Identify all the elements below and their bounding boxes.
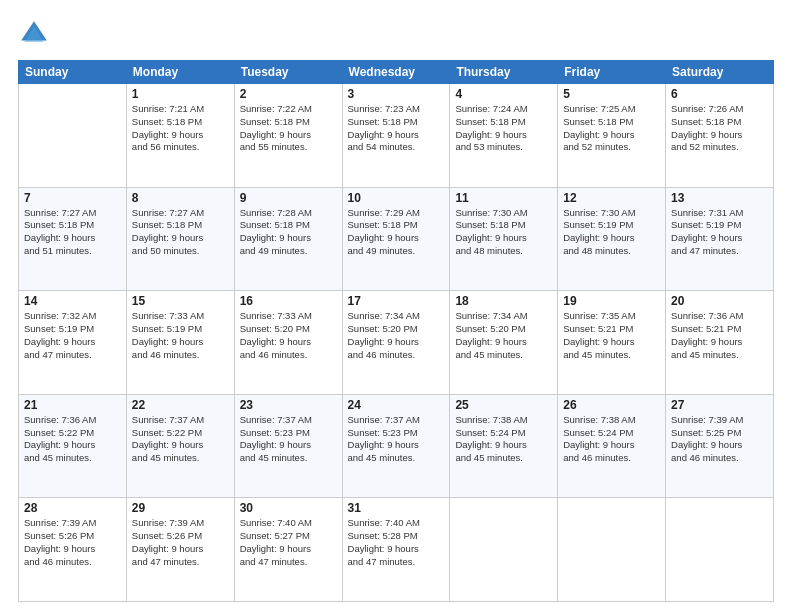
calendar-header-cell: Wednesday (342, 61, 450, 84)
calendar-cell: 20Sunrise: 7:36 AM Sunset: 5:21 PM Dayli… (666, 291, 774, 395)
day-info: Sunrise: 7:34 AM Sunset: 5:20 PM Dayligh… (348, 310, 445, 361)
day-number: 5 (563, 87, 660, 101)
calendar-cell: 5Sunrise: 7:25 AM Sunset: 5:18 PM Daylig… (558, 84, 666, 188)
calendar-cell: 25Sunrise: 7:38 AM Sunset: 5:24 PM Dayli… (450, 394, 558, 498)
calendar-cell: 10Sunrise: 7:29 AM Sunset: 5:18 PM Dayli… (342, 187, 450, 291)
calendar-table: SundayMondayTuesdayWednesdayThursdayFrid… (18, 60, 774, 602)
calendar-week-row: 1Sunrise: 7:21 AM Sunset: 5:18 PM Daylig… (19, 84, 774, 188)
day-number: 4 (455, 87, 552, 101)
day-info: Sunrise: 7:35 AM Sunset: 5:21 PM Dayligh… (563, 310, 660, 361)
day-number: 16 (240, 294, 337, 308)
calendar-cell: 11Sunrise: 7:30 AM Sunset: 5:18 PM Dayli… (450, 187, 558, 291)
calendar-header-cell: Friday (558, 61, 666, 84)
day-number: 1 (132, 87, 229, 101)
day-number: 30 (240, 501, 337, 515)
calendar-cell: 15Sunrise: 7:33 AM Sunset: 5:19 PM Dayli… (126, 291, 234, 395)
calendar-cell: 9Sunrise: 7:28 AM Sunset: 5:18 PM Daylig… (234, 187, 342, 291)
day-info: Sunrise: 7:36 AM Sunset: 5:21 PM Dayligh… (671, 310, 768, 361)
calendar-week-row: 7Sunrise: 7:27 AM Sunset: 5:18 PM Daylig… (19, 187, 774, 291)
day-number: 13 (671, 191, 768, 205)
calendar-cell: 1Sunrise: 7:21 AM Sunset: 5:18 PM Daylig… (126, 84, 234, 188)
day-info: Sunrise: 7:28 AM Sunset: 5:18 PM Dayligh… (240, 207, 337, 258)
day-number: 12 (563, 191, 660, 205)
day-info: Sunrise: 7:37 AM Sunset: 5:23 PM Dayligh… (348, 414, 445, 465)
calendar-cell: 16Sunrise: 7:33 AM Sunset: 5:20 PM Dayli… (234, 291, 342, 395)
calendar-header-cell: Thursday (450, 61, 558, 84)
calendar-cell (19, 84, 127, 188)
day-info: Sunrise: 7:33 AM Sunset: 5:20 PM Dayligh… (240, 310, 337, 361)
day-info: Sunrise: 7:21 AM Sunset: 5:18 PM Dayligh… (132, 103, 229, 154)
day-info: Sunrise: 7:25 AM Sunset: 5:18 PM Dayligh… (563, 103, 660, 154)
calendar-cell: 23Sunrise: 7:37 AM Sunset: 5:23 PM Dayli… (234, 394, 342, 498)
calendar-cell (450, 498, 558, 602)
day-number: 24 (348, 398, 445, 412)
calendar-cell: 18Sunrise: 7:34 AM Sunset: 5:20 PM Dayli… (450, 291, 558, 395)
calendar-week-row: 28Sunrise: 7:39 AM Sunset: 5:26 PM Dayli… (19, 498, 774, 602)
day-info: Sunrise: 7:33 AM Sunset: 5:19 PM Dayligh… (132, 310, 229, 361)
day-info: Sunrise: 7:34 AM Sunset: 5:20 PM Dayligh… (455, 310, 552, 361)
calendar-week-row: 14Sunrise: 7:32 AM Sunset: 5:19 PM Dayli… (19, 291, 774, 395)
day-number: 21 (24, 398, 121, 412)
day-info: Sunrise: 7:40 AM Sunset: 5:28 PM Dayligh… (348, 517, 445, 568)
calendar-cell: 13Sunrise: 7:31 AM Sunset: 5:19 PM Dayli… (666, 187, 774, 291)
calendar-cell: 7Sunrise: 7:27 AM Sunset: 5:18 PM Daylig… (19, 187, 127, 291)
calendar-header-cell: Saturday (666, 61, 774, 84)
day-number: 9 (240, 191, 337, 205)
day-info: Sunrise: 7:36 AM Sunset: 5:22 PM Dayligh… (24, 414, 121, 465)
day-info: Sunrise: 7:30 AM Sunset: 5:19 PM Dayligh… (563, 207, 660, 258)
calendar-cell (666, 498, 774, 602)
day-number: 8 (132, 191, 229, 205)
day-number: 17 (348, 294, 445, 308)
calendar-week-row: 21Sunrise: 7:36 AM Sunset: 5:22 PM Dayli… (19, 394, 774, 498)
calendar-header-cell: Monday (126, 61, 234, 84)
logo-icon (18, 18, 50, 50)
day-info: Sunrise: 7:39 AM Sunset: 5:26 PM Dayligh… (24, 517, 121, 568)
calendar-cell: 24Sunrise: 7:37 AM Sunset: 5:23 PM Dayli… (342, 394, 450, 498)
calendar-cell: 26Sunrise: 7:38 AM Sunset: 5:24 PM Dayli… (558, 394, 666, 498)
day-number: 6 (671, 87, 768, 101)
day-info: Sunrise: 7:37 AM Sunset: 5:22 PM Dayligh… (132, 414, 229, 465)
day-number: 11 (455, 191, 552, 205)
day-info: Sunrise: 7:39 AM Sunset: 5:25 PM Dayligh… (671, 414, 768, 465)
day-number: 18 (455, 294, 552, 308)
day-number: 15 (132, 294, 229, 308)
day-info: Sunrise: 7:26 AM Sunset: 5:18 PM Dayligh… (671, 103, 768, 154)
day-info: Sunrise: 7:38 AM Sunset: 5:24 PM Dayligh… (563, 414, 660, 465)
calendar-cell: 17Sunrise: 7:34 AM Sunset: 5:20 PM Dayli… (342, 291, 450, 395)
calendar-cell: 28Sunrise: 7:39 AM Sunset: 5:26 PM Dayli… (19, 498, 127, 602)
calendar-cell: 6Sunrise: 7:26 AM Sunset: 5:18 PM Daylig… (666, 84, 774, 188)
calendar-cell: 8Sunrise: 7:27 AM Sunset: 5:18 PM Daylig… (126, 187, 234, 291)
calendar-body: 1Sunrise: 7:21 AM Sunset: 5:18 PM Daylig… (19, 84, 774, 602)
day-info: Sunrise: 7:32 AM Sunset: 5:19 PM Dayligh… (24, 310, 121, 361)
day-number: 27 (671, 398, 768, 412)
day-info: Sunrise: 7:31 AM Sunset: 5:19 PM Dayligh… (671, 207, 768, 258)
day-number: 28 (24, 501, 121, 515)
calendar-cell: 2Sunrise: 7:22 AM Sunset: 5:18 PM Daylig… (234, 84, 342, 188)
calendar-header-cell: Sunday (19, 61, 127, 84)
day-number: 23 (240, 398, 337, 412)
day-number: 29 (132, 501, 229, 515)
day-number: 25 (455, 398, 552, 412)
page: SundayMondayTuesdayWednesdayThursdayFrid… (0, 0, 792, 612)
day-number: 3 (348, 87, 445, 101)
day-info: Sunrise: 7:23 AM Sunset: 5:18 PM Dayligh… (348, 103, 445, 154)
calendar-cell: 29Sunrise: 7:39 AM Sunset: 5:26 PM Dayli… (126, 498, 234, 602)
day-number: 10 (348, 191, 445, 205)
day-info: Sunrise: 7:39 AM Sunset: 5:26 PM Dayligh… (132, 517, 229, 568)
day-number: 26 (563, 398, 660, 412)
day-info: Sunrise: 7:40 AM Sunset: 5:27 PM Dayligh… (240, 517, 337, 568)
calendar-cell: 12Sunrise: 7:30 AM Sunset: 5:19 PM Dayli… (558, 187, 666, 291)
day-number: 22 (132, 398, 229, 412)
day-number: 14 (24, 294, 121, 308)
calendar-cell: 27Sunrise: 7:39 AM Sunset: 5:25 PM Dayli… (666, 394, 774, 498)
calendar-header-row: SundayMondayTuesdayWednesdayThursdayFrid… (19, 61, 774, 84)
day-info: Sunrise: 7:30 AM Sunset: 5:18 PM Dayligh… (455, 207, 552, 258)
day-number: 7 (24, 191, 121, 205)
calendar-cell: 14Sunrise: 7:32 AM Sunset: 5:19 PM Dayli… (19, 291, 127, 395)
day-number: 31 (348, 501, 445, 515)
day-number: 19 (563, 294, 660, 308)
day-info: Sunrise: 7:27 AM Sunset: 5:18 PM Dayligh… (24, 207, 121, 258)
day-info: Sunrise: 7:22 AM Sunset: 5:18 PM Dayligh… (240, 103, 337, 154)
logo (18, 18, 54, 50)
calendar-cell: 30Sunrise: 7:40 AM Sunset: 5:27 PM Dayli… (234, 498, 342, 602)
